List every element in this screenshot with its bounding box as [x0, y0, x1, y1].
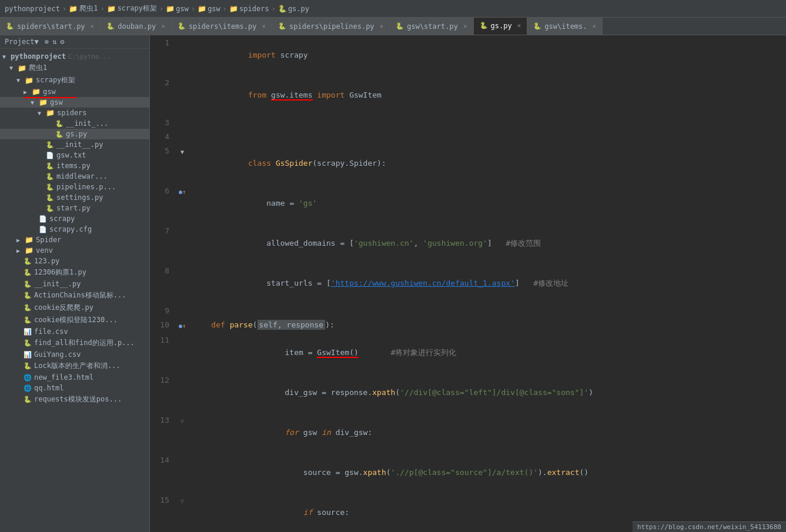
html-file-icon: 🌐 — [24, 374, 32, 382]
line-number: 11 — [150, 333, 176, 373]
tree-item-pachong1[interactable]: ▼ 📁 爬虫1 — [0, 62, 149, 74]
line-content[interactable] — [188, 115, 786, 129]
tree-item-middleware[interactable]: ▶ 🐍 middlewar... — [0, 171, 149, 182]
tree-item-spider[interactable]: ▶ 📁 Spider — [0, 235, 149, 245]
tree-item-gsw-outer[interactable]: ▶ 📁 gsw — [0, 86, 149, 97]
tree-item-settings[interactable]: ▶ 🐍 settings.py — [0, 192, 149, 203]
code-editor[interactable]: 1 import scrapy 2 from gsw.items import … — [150, 35, 786, 532]
tree-item-cookie-fanpai[interactable]: 🐍 cookie反爬爬.py — [0, 302, 149, 314]
tree-item-scrapy-cfg[interactable]: ▶ 📄 scrapy — [0, 213, 149, 224]
line-content[interactable]: div_gsw = response.xpath('//div[@class="… — [188, 373, 786, 413]
code-line-13: 13 ▽ for gsw in div_gsw: — [150, 413, 786, 453]
tab-label: spiders\pipelines.py — [289, 22, 374, 31]
breadcrumb-item[interactable]: gs.py — [288, 5, 309, 13]
tree-item-actionchains[interactable]: 🐍 ActionChains移动鼠标... — [0, 289, 149, 302]
tree-label: gs.py — [66, 130, 87, 138]
gutter — [176, 35, 188, 75]
code-line-1: 1 import scrapy — [150, 35, 786, 75]
tree-item-new-file3[interactable]: 🌐 new_file3.html — [0, 372, 149, 383]
python-file-icon: 🐍 — [55, 120, 63, 128]
tab-close-button[interactable]: ✕ — [593, 22, 597, 30]
breadcrumb-item[interactable]: 爬虫1 — [79, 4, 98, 14]
tree-item-scrapy-cfg2[interactable]: ▶ 📄 scrapy.cfg — [0, 224, 149, 235]
breadcrumb-item[interactable]: scrapy框架 — [118, 4, 157, 14]
line-content[interactable]: item = GswItem() #将对象进行实列化 — [188, 333, 786, 373]
folder-icon: 📁 — [25, 236, 34, 244]
tab-close-button[interactable]: ✕ — [463, 22, 467, 30]
line-number: 1 — [150, 35, 176, 75]
tree-item-items-py[interactable]: ▶ 🐍 items.py — [0, 160, 149, 171]
tab-gs-py[interactable]: 🐍 gs.py ✕ — [474, 18, 528, 35]
tab-file-icon: 🐍 — [396, 22, 404, 30]
tree-item-spiders[interactable]: ▼ 📁 spiders — [0, 108, 149, 118]
tab-spiders-start[interactable]: 🐍 spiders\start.py ✕ — [0, 18, 101, 35]
folder-icon: 📁 — [25, 246, 34, 255]
breadcrumb-item[interactable]: gsw — [208, 5, 220, 13]
tab-close-button[interactable]: ✕ — [91, 22, 95, 30]
line-content[interactable]: name = 'gs' — [188, 183, 786, 223]
tree-item-file-csv[interactable]: 📊 file.csv — [0, 326, 149, 337]
code-line-5: 5 ▼ class GsSpider(scrapy.Spider): — [150, 143, 786, 183]
sidebar-layout-button[interactable]: ⇅ — [52, 38, 56, 46]
tree-item-scrapy[interactable]: ▼ 📁 scrapy框架 — [0, 74, 149, 86]
tree-item-gs-py[interactable]: ▶ 🐍 gs.py — [0, 129, 149, 139]
line-content[interactable] — [188, 129, 786, 143]
tab-spiders-pipelines[interactable]: 🐍 spiders\pipelines.py ✕ — [272, 18, 390, 35]
status-bar: https://blog.csdn.net/weixin_54113688 — [633, 521, 786, 532]
tree-item-qq[interactable]: 🌐 qq.html — [0, 383, 149, 393]
tree-item-pythonproject[interactable]: ▼ pythonproject C:\pytho... — [0, 51, 149, 62]
folder-icon: 📁 — [107, 5, 116, 13]
tree-item-find-all[interactable]: 🐍 find_all和find的运用.p... — [0, 337, 149, 349]
gutter: ●↑ — [176, 183, 188, 223]
tree-item-gsw-txt[interactable]: ▶ 📄 gsw.txt — [0, 150, 149, 160]
tree-item-12306[interactable]: 🐍 12306购票1.py — [0, 266, 149, 279]
breadcrumb-item[interactable]: spiders — [239, 5, 269, 13]
code-line-14: 14 source = gsw.xpath('.//p[@class="sour… — [150, 453, 786, 493]
sidebar-settings-button[interactable]: ⚙ — [60, 38, 64, 46]
tree-item-init-gsw[interactable]: ▶ 🐍 __init__.py — [0, 139, 149, 150]
line-content[interactable]: def parse(self, response): — [188, 317, 786, 333]
breadcrumb-sep: › — [272, 5, 276, 13]
sidebar-add-button[interactable]: ⊕ — [45, 38, 49, 46]
fold-icon[interactable]: ▽ — [180, 498, 184, 504]
tree-item-venv[interactable]: ▶ 📁 venv — [0, 245, 149, 256]
tab-close-button[interactable]: ✕ — [262, 22, 266, 30]
tab-gsw-start[interactable]: 🐍 gsw\start.py ✕ — [390, 18, 473, 35]
tab-close-button[interactable]: ✕ — [380, 22, 384, 30]
tab-spiders-items[interactable]: 🐍 spiders\items.py ✕ — [172, 18, 272, 35]
tree-label: scrapy — [49, 215, 75, 223]
line-number: 2 — [150, 75, 176, 115]
tab-gsw-items[interactable]: 🐍 gsw\items. ✕ — [527, 18, 603, 35]
line-content[interactable]: from gsw.items import GswItem — [188, 75, 786, 115]
breadcrumb-item[interactable]: pythonproject — [5, 5, 60, 13]
line-content[interactable]: start_urls = ['https://www.gushiwen.cn/d… — [188, 263, 786, 303]
line-content[interactable] — [188, 303, 786, 317]
line-content[interactable]: import scrapy — [188, 35, 786, 75]
fold-icon[interactable]: ▽ — [180, 418, 184, 424]
line-content[interactable]: for gsw in div_gsw: — [188, 413, 786, 453]
line-content[interactable]: source = gsw.xpath('.//p[@class="source"… — [188, 453, 786, 493]
tree-item-123py[interactable]: 🐍 123.py — [0, 256, 149, 266]
tree-item-lock[interactable]: 🐍 Lock版本的生产者和消... — [0, 360, 149, 372]
sidebar-toolbar: Project▼ ⊕ ⇅ ⚙ — [0, 35, 149, 49]
line-content[interactable]: class GsSpider(scrapy.Spider): — [188, 143, 786, 183]
tab-close-button[interactable]: ✕ — [161, 22, 165, 30]
tree-item-gsw-inner[interactable]: ▼ 📁 gsw — [0, 97, 149, 108]
line-content[interactable]: allowed_domains = ['gushiwen.cn', 'gushi… — [188, 223, 786, 263]
tab-douban[interactable]: 🐍 douban.py ✕ — [101, 18, 172, 35]
fold-icon[interactable]: ▼ — [180, 149, 184, 155]
tree-item-init-py[interactable]: 🐍 __init__.py — [0, 279, 149, 289]
project-name: pythonproject — [11, 52, 66, 61]
line-number: 4 — [150, 129, 176, 143]
tree-item-cookie-moni[interactable]: 🐍 cookie模拟登陆1230... — [0, 314, 149, 326]
sidebar-project-label[interactable]: Project▼ — [5, 38, 39, 46]
python-file-icon: 🐍 — [46, 194, 54, 202]
tree-item-init-spiders[interactable]: ▶ 🐍 __init_... — [0, 118, 149, 129]
tree-item-guiyang[interactable]: 📊 GuiYang.csv — [0, 349, 149, 360]
gutter — [176, 129, 188, 143]
tree-item-start-py[interactable]: ▶ 🐍 start.py — [0, 203, 149, 213]
tree-item-requests[interactable]: 🐍 requests模块发送pos... — [0, 393, 149, 406]
tree-item-pipelines[interactable]: ▶ 🐍 pipelines.p... — [0, 182, 149, 192]
tab-close-button[interactable]: ✕ — [517, 22, 521, 29]
breadcrumb-item[interactable]: gsw — [176, 5, 189, 13]
